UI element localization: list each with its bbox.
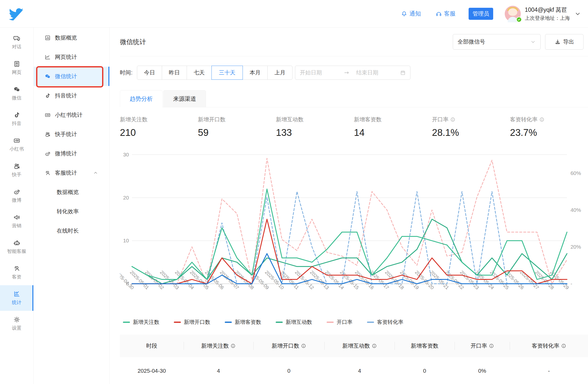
rail-item-settings[interactable]: 设置 (0, 311, 33, 336)
info-icon[interactable] (301, 343, 306, 348)
legend-item[interactable]: 新增开口数 (174, 319, 210, 326)
tab-trend-analysis[interactable]: 趋势分析 (120, 90, 163, 107)
stat-card: 开口率28.1% (432, 116, 510, 138)
rail-item-wechat[interactable]: 微信 (0, 81, 33, 106)
svg-text:-: - (570, 281, 572, 286)
account-select[interactable]: 全部微信号 (453, 34, 541, 50)
table-cell: 0 (253, 357, 325, 384)
table-cell: 0 (395, 357, 455, 384)
avatar[interactable] (505, 6, 521, 22)
stats-icon (13, 291, 20, 298)
stat-value: 14 (354, 127, 432, 138)
legend-marker (123, 322, 130, 323)
bell-icon (401, 11, 407, 17)
stat-value: 59 (198, 127, 276, 138)
wechat-icon (45, 73, 51, 79)
legend-item[interactable]: 新增互动数 (276, 319, 312, 326)
stat-value: 133 (276, 127, 354, 138)
rail-item-kuaishou[interactable]: 快手 (0, 157, 33, 183)
rail-item-leads[interactable]: 客资 (0, 260, 33, 285)
legend-item[interactable]: 新增客资数 (225, 319, 261, 326)
info-icon[interactable] (561, 343, 566, 348)
info-icon[interactable] (539, 117, 544, 122)
support-button[interactable]: 客服 (435, 10, 456, 18)
info-icon[interactable] (372, 343, 377, 348)
sidebar-item-conversion-efficiency[interactable]: 转化效率 (34, 202, 109, 221)
support-label: 客服 (444, 10, 456, 18)
robot-icon (13, 239, 20, 246)
analysis-tabs: 趋势分析来源渠道 (120, 90, 588, 107)
rail-item-douyin[interactable]: 抖音 (0, 106, 33, 132)
rail-item-xiaohongshu[interactable]: 小红书 (0, 132, 33, 157)
sidebar-item-service-stats[interactable]: 客服统计 (34, 163, 109, 182)
tab-source-channel[interactable]: 来源渠道 (163, 90, 206, 107)
legend-item[interactable]: 开口率 (327, 319, 352, 326)
start-date-input[interactable]: 开始日期 (300, 69, 344, 76)
legend-item[interactable]: 新增关注数 (123, 319, 159, 326)
rail-item-chat[interactable]: 对话 (0, 30, 33, 55)
time-filter-button[interactable]: 今日 (137, 66, 162, 80)
sidebar-item-douyin-stats[interactable]: 抖音统计 (34, 86, 109, 105)
stat-card: 客资转化率23.7% (510, 116, 588, 138)
sidebar-item-web-stats[interactable]: 网页统计 (34, 47, 109, 67)
table-header-cell: 新增开口数 (253, 335, 325, 357)
table-cell: 4 (184, 357, 253, 384)
chevron-up-icon (93, 170, 98, 175)
arrow-right-icon (344, 70, 350, 76)
rail-item-label: 快手 (12, 171, 22, 178)
legend-item[interactable]: 客资转化率 (367, 319, 403, 326)
rail-item-label: 对话 (12, 44, 22, 50)
legend-marker (367, 322, 374, 323)
rail-item-ai-service[interactable]: 智能客服 (0, 234, 33, 260)
calendar-icon (400, 70, 406, 75)
stat-label: 开口率 (432, 116, 510, 123)
time-filter-button[interactable]: 昨日 (162, 66, 187, 80)
weibo-icon (13, 188, 20, 195)
time-filter-button[interactable]: 三十天 (211, 66, 243, 80)
time-filter-button[interactable]: 上月 (267, 66, 292, 80)
table-header-cell: 时段 (120, 335, 184, 357)
sidebar-item-label: 数据概览 (57, 188, 79, 196)
time-filter-button[interactable]: 本月 (243, 66, 268, 80)
info-icon[interactable] (231, 343, 236, 348)
stat-card: 新增客资数14 (354, 116, 432, 138)
sidebar-item-kuaishou-stats[interactable]: 快手统计 (34, 125, 109, 144)
rail-item-webpage[interactable]: 网页 (0, 55, 33, 81)
rail-item-label: 客资 (12, 274, 22, 280)
info-icon[interactable] (450, 117, 455, 122)
chevron-down-icon[interactable] (574, 11, 581, 17)
sidebar-item-online-duration[interactable]: 在线时长 (34, 221, 109, 240)
sidebar-item-service-data-overview[interactable]: 数据概览 (34, 182, 109, 202)
sidebar-item-wechat-stats[interactable]: 微信统计 (34, 67, 109, 86)
svg-text:10: 10 (123, 238, 129, 243)
sidebar-item-data-overview[interactable]: 数据概览 (34, 28, 109, 47)
table-row: 2025-04-3040400%- (120, 357, 588, 384)
app-logo[interactable] (0, 6, 34, 22)
stat-cards: 新增关注数210新增开口数59新增互动数133新增客资数14开口率28.1%客资… (120, 116, 588, 138)
users-icon (45, 170, 51, 176)
topbar: 通知 客服 管理员 1004@yqkf 莴苣 上次登录地址：上海 (0, 0, 588, 28)
notifications-button[interactable]: 通知 (401, 10, 421, 18)
kuaishou-icon (13, 163, 20, 170)
username: 1004@yqkf 莴苣 (525, 6, 570, 14)
rail-item-marketing[interactable]: 营销 (0, 209, 33, 234)
webpage-icon (13, 60, 20, 67)
table-cell: - (510, 357, 588, 384)
data-table: 时段新增关注数新增开口数新增互动数新增客资数开口率客资转化率2025-04-30… (120, 335, 588, 384)
end-date-input[interactable]: 结束日期 (350, 69, 400, 76)
stat-value: 28.1% (432, 127, 510, 138)
export-button[interactable]: 导出 (545, 34, 583, 50)
rail-item-stats[interactable]: 统计 (0, 285, 33, 311)
rail-item-weibo[interactable]: 微博 (0, 183, 33, 209)
time-filter-button[interactable]: 七天 (187, 66, 212, 80)
line-chart-icon (45, 54, 51, 60)
sidebar-item-weibo-stats[interactable]: 微博统计 (34, 144, 109, 163)
rail-item-label: 统计 (12, 299, 22, 306)
time-filter-row: 时间: 今日昨日七天三十天本月上月 开始日期 结束日期 (120, 66, 588, 80)
sidebar-item-xiaohongshu-stats[interactable]: 小红书统计 (34, 105, 109, 125)
date-range-picker[interactable]: 开始日期 结束日期 (295, 66, 410, 80)
sidebar-item-label: 微博统计 (55, 150, 77, 157)
info-icon[interactable] (489, 343, 494, 348)
user-meta: 1004@yqkf 莴苣 上次登录地址：上海 (525, 6, 570, 22)
page-title: 微信统计 (120, 38, 146, 46)
